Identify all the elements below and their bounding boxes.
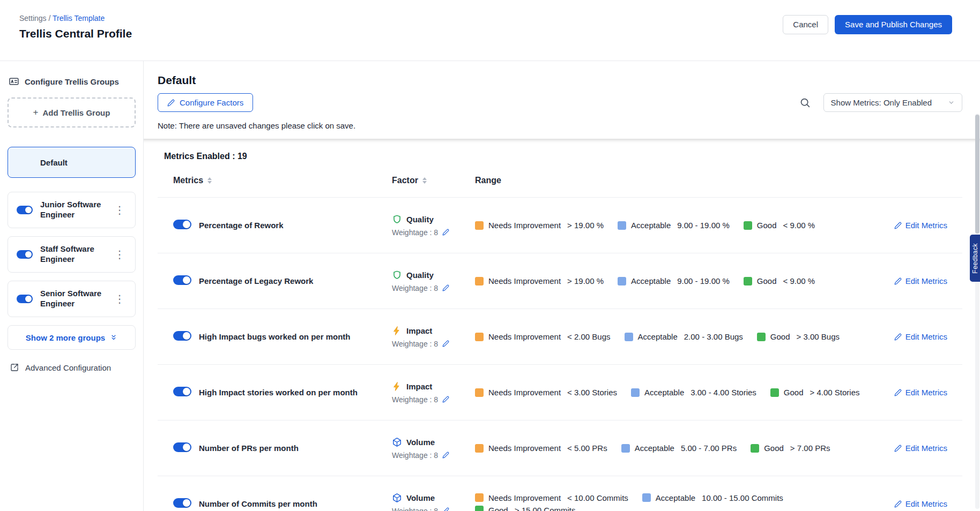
range-chip: Good > 4.00 Stories	[770, 388, 860, 397]
weightage-label: Weightage : 8	[392, 395, 438, 404]
search-button[interactable]	[796, 94, 814, 111]
range-color-square	[475, 333, 484, 341]
range-label: Needs Improvement	[488, 444, 561, 453]
group-enabled-toggle[interactable]	[17, 250, 33, 259]
pencil-icon	[894, 500, 902, 508]
metric-enabled-toggle[interactable]	[173, 442, 191, 452]
sidebar-group-card[interactable]: Staff Software Engineer ⋮	[8, 236, 136, 273]
weightage-label: Weightage : 8	[392, 228, 438, 237]
weightage-label: Weightage : 8	[392, 340, 438, 348]
kebab-menu-icon[interactable]: ⋮	[111, 292, 128, 305]
metric-enabled-toggle[interactable]	[173, 331, 191, 341]
sidebar-group-card[interactable]: Junior Software Engineer ⋮	[8, 192, 136, 228]
edit-weightage-icon[interactable]	[442, 396, 449, 403]
group-enabled-toggle[interactable]	[17, 295, 33, 303]
sidebar-item-default-group[interactable]: Default	[8, 147, 136, 178]
metric-name: High Impact stories worked on per month	[199, 387, 392, 398]
content-area: Configure Trellis Groups + Add Trellis G…	[0, 61, 980, 511]
edit-metrics-link[interactable]: Edit Metrics	[894, 444, 947, 453]
configure-trellis-groups-header: Configure Trellis Groups	[8, 76, 136, 87]
factor-cell: Volume Weightage : 8	[392, 493, 475, 511]
trellis-groups-icon	[9, 76, 19, 87]
range-chip: Needs Improvement < 3.00 Stories	[475, 388, 617, 397]
range-label: Good	[757, 276, 777, 285]
add-trellis-group-button[interactable]: + Add Trellis Group	[8, 97, 136, 127]
edit-metrics-link[interactable]: Edit Metrics	[894, 499, 947, 508]
edit-weightage-icon[interactable]	[442, 229, 449, 236]
range-chip: Good > 3.00 Bugs	[757, 332, 840, 341]
advanced-configuration-label: Advanced Configuration	[25, 363, 111, 372]
edit-weightage-icon[interactable]	[442, 507, 449, 511]
range-color-square	[618, 221, 626, 230]
range-chip: Needs Improvement > 19.00 %	[475, 276, 604, 285]
factor-name: Quality	[406, 215, 434, 224]
scrollbar-thumb[interactable]	[975, 115, 979, 234]
metric-row: Number of PRs per month Volume Weightage…	[158, 420, 962, 476]
kebab-menu-icon[interactable]: ⋮	[111, 248, 128, 261]
range-label: Good	[488, 506, 508, 511]
feedback-tab-label: Feedback	[971, 243, 979, 274]
sort-factor-icon[interactable]	[422, 177, 427, 184]
range-chip: Acceptable 5.00 - 7.00 PRs	[621, 444, 737, 453]
sort-metrics-icon[interactable]	[207, 177, 212, 184]
metric-enabled-toggle[interactable]	[173, 275, 191, 285]
range-label: Needs Improvement	[488, 221, 561, 230]
range-chip: Needs Improvement < 10.00 Commits	[475, 493, 628, 502]
save-and-publish-button[interactable]: Save and Publish Changes	[835, 15, 952, 34]
metric-row: Percentage of Rework Quality Weightage :…	[158, 198, 962, 253]
range-label: Needs Improvement	[488, 276, 561, 285]
edit-weightage-icon[interactable]	[442, 452, 449, 459]
range-chip: Acceptable 2.00 - 3.00 Bugs	[625, 332, 743, 341]
metric-toggle-cell	[173, 498, 199, 510]
kebab-menu-icon[interactable]: ⋮	[111, 204, 128, 216]
weightage-value: 8	[434, 395, 438, 404]
breadcrumb-settings[interactable]: Settings	[19, 14, 47, 22]
sidebar-group-card[interactable]: Senior Software Engineer ⋮	[8, 281, 136, 317]
group-section-title: Default	[158, 74, 962, 87]
range-color-square	[475, 493, 484, 502]
group-enabled-toggle[interactable]	[17, 206, 33, 214]
breadcrumb-trellis-template[interactable]: Trellis Template	[53, 14, 105, 22]
factor-icon	[392, 493, 402, 503]
range-color-square	[744, 221, 752, 230]
edit-weightage-icon[interactable]	[442, 284, 449, 291]
range-color-square	[475, 388, 484, 397]
edit-metrics-link[interactable]: Edit Metrics	[894, 221, 947, 230]
range-value: < 9.00 %	[783, 276, 815, 285]
group-label: Staff Software Engineer	[40, 244, 111, 265]
range-color-square	[770, 388, 779, 397]
range-color-square	[618, 277, 626, 285]
cancel-button[interactable]: Cancel	[783, 15, 828, 34]
edit-metrics-link[interactable]: Edit Metrics	[894, 388, 947, 397]
show-more-groups-label: Show 2 more groups	[26, 333, 105, 342]
factor-name: Quality	[406, 270, 434, 280]
metric-enabled-toggle[interactable]	[173, 220, 191, 229]
edit-metrics-link[interactable]: Edit Metrics	[894, 276, 947, 285]
add-trellis-group-label: Add Trellis Group	[43, 108, 110, 117]
range-color-square	[475, 444, 484, 453]
metric-enabled-toggle[interactable]	[173, 498, 191, 508]
metrics-filter-dropdown[interactable]: Show Metrics: Only Enabled	[823, 93, 962, 112]
pencil-icon	[894, 389, 902, 396]
edit-weightage-icon[interactable]	[442, 340, 449, 347]
advanced-configuration-button[interactable]: Advanced Configuration	[8, 363, 136, 372]
show-more-groups-button[interactable]: Show 2 more groups	[8, 325, 136, 350]
metric-toggle-cell	[173, 275, 199, 287]
feedback-tab[interactable]: Feedback	[970, 235, 980, 282]
range-value: < 5.00 PRs	[567, 444, 607, 453]
metric-enabled-toggle[interactable]	[173, 387, 191, 396]
edit-metrics-link[interactable]: Edit Metrics	[894, 332, 947, 341]
weightage-value: 8	[434, 451, 438, 460]
configure-factors-button[interactable]: Configure Factors	[158, 93, 253, 112]
range-color-square	[625, 333, 633, 341]
scrollbar-track[interactable]	[975, 114, 979, 509]
range-cell: Needs Improvement < 10.00 Commits Accept…	[475, 493, 878, 511]
range-chip: Good < 9.00 %	[744, 276, 815, 285]
metrics-table-body: Percentage of Rework Quality Weightage :…	[158, 198, 962, 511]
factor-name: Volume	[406, 438, 435, 447]
range-chip: Needs Improvement > 19.00 %	[475, 221, 604, 230]
metric-toggle-cell	[173, 220, 199, 231]
weightage-value: 8	[434, 340, 438, 348]
range-label: Acceptable	[638, 332, 678, 341]
weightage-row: Weightage : 8	[392, 507, 475, 511]
